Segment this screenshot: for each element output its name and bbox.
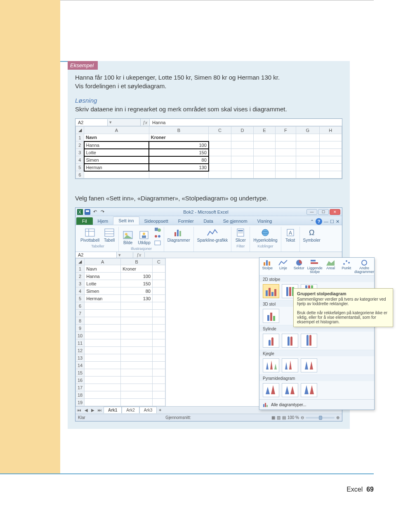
spreadsheet-grid[interactable]: ◢ A B C D E F G H 1 Navn Kroner bbox=[75, 126, 342, 179]
table-button[interactable]: Tabell bbox=[103, 227, 116, 243]
zoom-out-button[interactable]: ⊖ bbox=[301, 415, 304, 420]
view-normal-icon[interactable]: ▦ bbox=[271, 415, 275, 420]
tab-home[interactable]: Hjem bbox=[93, 217, 113, 225]
undo-icon[interactable]: ↶ bbox=[92, 209, 98, 215]
new-sheet-icon[interactable]: ✶ bbox=[157, 408, 163, 412]
name-box[interactable]: A2 bbox=[75, 252, 117, 258]
col-header[interactable]: G bbox=[296, 127, 319, 134]
mdi-minimize-icon[interactable]: — bbox=[324, 219, 328, 224]
chart-type-other[interactable]: Andre diagrammer bbox=[354, 258, 374, 275]
name-box[interactable]: A2 bbox=[75, 119, 108, 126]
col-header[interactable]: B bbox=[121, 259, 153, 265]
charts-button[interactable]: Diagrammer bbox=[167, 227, 191, 243]
chart-thumb-cone[interactable] bbox=[263, 358, 279, 372]
screenshot-icon[interactable] bbox=[154, 240, 161, 246]
slicer-button[interactable]: Slicer bbox=[234, 227, 247, 243]
chart-thumb-cylinder[interactable] bbox=[301, 334, 317, 348]
tab-review[interactable]: Se gjennom bbox=[218, 217, 252, 225]
mdi-close-icon[interactable]: ✕ bbox=[336, 219, 339, 224]
cell[interactable]: Hanna bbox=[84, 141, 149, 149]
chart-thumb-pyramid[interactable] bbox=[301, 383, 317, 397]
sheet-nav-last[interactable]: ⏭ bbox=[96, 408, 104, 412]
formula-bar[interactable]: Hanna bbox=[150, 119, 342, 126]
name-box-dropdown[interactable]: ▾ bbox=[108, 119, 141, 126]
col-header[interactable]: A bbox=[84, 127, 149, 134]
tab-page-layout[interactable]: Sideoppsett bbox=[139, 217, 173, 225]
cell[interactable]: Lotte bbox=[84, 149, 149, 156]
sheet-tab[interactable]: Ark3 bbox=[139, 407, 157, 413]
zoom-slider[interactable] bbox=[306, 417, 335, 419]
row-header[interactable]: 6 bbox=[76, 171, 84, 179]
chart-type-area[interactable]: Areal bbox=[323, 258, 338, 275]
sheet-blank-area[interactable]: Stolpe Linje Sektor Liggende stolpe Area… bbox=[165, 258, 342, 406]
zoom-in-button[interactable]: ⊕ bbox=[336, 415, 339, 420]
row-header[interactable]: 1 bbox=[76, 134, 84, 141]
col-header[interactable]: D bbox=[231, 127, 253, 134]
row-header[interactable]: 4 bbox=[76, 156, 84, 164]
chart-thumb-pyramid[interactable] bbox=[263, 383, 279, 397]
view-pagebreak-icon[interactable]: ▤ bbox=[282, 415, 286, 420]
chart-type-scatter[interactable]: Punkt bbox=[339, 258, 354, 275]
cell[interactable]: Navn bbox=[84, 134, 149, 141]
name-box-dropdown[interactable]: ▾ bbox=[117, 252, 133, 258]
chart-thumb-pyramid[interactable] bbox=[282, 383, 298, 397]
chart-thumb-cone[interactable] bbox=[301, 358, 317, 372]
cell[interactable]: 100 bbox=[149, 141, 209, 149]
close-button[interactable]: ✕ bbox=[330, 209, 340, 215]
text-button[interactable]: A Tekst bbox=[284, 227, 297, 243]
tab-file[interactable]: Fil bbox=[76, 217, 93, 225]
sparkline-button[interactable]: Sparkline-grafikk bbox=[196, 227, 229, 243]
smartart-icon[interactable] bbox=[154, 233, 161, 239]
shapes-icon[interactable] bbox=[154, 227, 161, 233]
mdi-restore-icon[interactable]: ☐ bbox=[330, 219, 334, 224]
sheet-tab[interactable]: Ark1 bbox=[104, 407, 122, 413]
sheet-nav-next[interactable]: ▶ bbox=[90, 408, 96, 412]
chart-type-pie[interactable]: Sektor bbox=[291, 258, 307, 275]
select-all-cell[interactable]: ◢ bbox=[76, 127, 84, 134]
select-all-cell[interactable]: ◢ bbox=[76, 259, 85, 265]
sheet-nav-first[interactable]: ⏮ bbox=[75, 408, 83, 412]
minimize-ribbon-icon[interactable]: ⌃ bbox=[310, 219, 314, 224]
tab-formulas[interactable]: Formler bbox=[173, 217, 199, 225]
minimize-button[interactable]: — bbox=[306, 209, 317, 215]
chart-thumb-clustered-column[interactable] bbox=[263, 284, 279, 298]
help-icon[interactable]: ? bbox=[316, 218, 322, 225]
pivot-table-button[interactable]: Pivottabell bbox=[80, 227, 100, 243]
redo-icon[interactable]: ↷ bbox=[99, 209, 105, 215]
picture-button[interactable]: Bilde bbox=[121, 229, 134, 246]
symbols-button[interactable]: Ω Symboler bbox=[302, 227, 321, 243]
sheet-grid[interactable]: ◢ A B C 1NavnKroner 2Hanna100 3Lotte150 … bbox=[75, 258, 165, 406]
col-header[interactable]: H bbox=[319, 127, 342, 134]
cell[interactable]: 80 bbox=[149, 156, 209, 164]
chart-type-bar[interactable]: Liggende stolpe bbox=[307, 258, 323, 275]
hyperlink-button[interactable]: Hyperkobling bbox=[252, 227, 278, 243]
view-layout-icon[interactable]: ▥ bbox=[277, 415, 280, 420]
cell[interactable]: 130 bbox=[149, 164, 209, 171]
cell[interactable]: Simen bbox=[84, 156, 149, 164]
col-header[interactable]: B bbox=[149, 127, 209, 134]
chart-type-column[interactable]: Stolpe bbox=[259, 258, 275, 275]
tab-insert[interactable]: Sett inn bbox=[113, 217, 139, 225]
chart-thumb-cone[interactable] bbox=[282, 358, 298, 372]
col-header[interactable]: F bbox=[275, 127, 296, 134]
cell[interactable]: Herman bbox=[84, 164, 149, 171]
chart-thumb-cylinder[interactable] bbox=[282, 334, 298, 348]
col-header[interactable]: C bbox=[153, 259, 165, 265]
col-header[interactable]: A bbox=[85, 259, 121, 265]
gallery-footer[interactable]: Alle diagramtyper... bbox=[259, 399, 374, 410]
row-header[interactable]: 2 bbox=[76, 141, 84, 149]
chart-thumb-cylinder[interactable] bbox=[263, 334, 279, 348]
maximize-button[interactable]: ☐ bbox=[318, 209, 329, 215]
row-header[interactable]: 5 bbox=[76, 164, 84, 171]
clipart-button[interactable]: Utklipp bbox=[137, 229, 151, 246]
tab-data[interactable]: Data bbox=[199, 217, 218, 225]
cell[interactable]: Kroner bbox=[149, 134, 209, 141]
chart-type-line[interactable]: Linje bbox=[275, 258, 291, 275]
cell[interactable]: 150 bbox=[149, 149, 209, 156]
col-header[interactable]: E bbox=[254, 127, 275, 134]
row-header[interactable]: 3 bbox=[76, 149, 84, 156]
sheet-tab[interactable]: Ark2 bbox=[122, 407, 139, 413]
save-icon[interactable] bbox=[85, 209, 90, 215]
sheet-nav-prev[interactable]: ◀ bbox=[83, 408, 90, 412]
tab-view[interactable]: Visning bbox=[252, 217, 277, 225]
